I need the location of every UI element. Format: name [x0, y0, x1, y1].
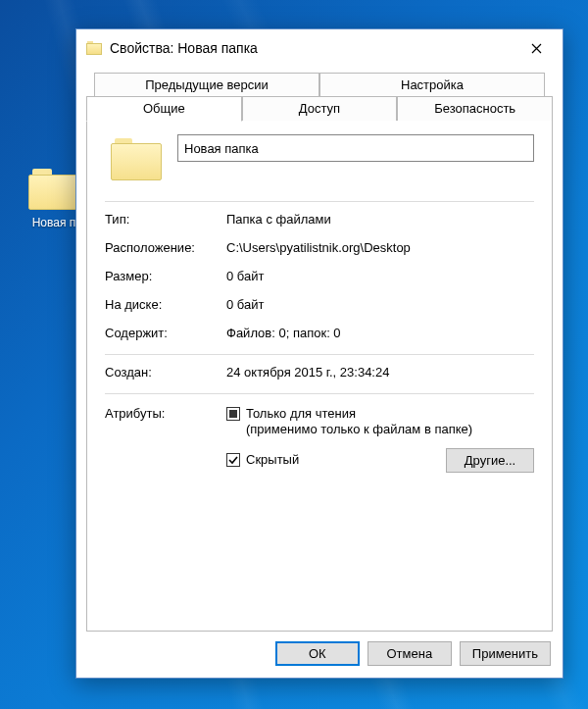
check-icon — [228, 455, 238, 465]
value-contains: Файлов: 0; папок: 0 — [226, 326, 534, 340]
titlebar[interactable]: Свойства: Новая папка — [76, 29, 563, 67]
label-created: Создан: — [105, 365, 220, 380]
ok-button[interactable]: ОК — [275, 641, 360, 666]
folder-icon — [28, 169, 79, 210]
label-contains: Содержит: — [105, 326, 220, 340]
other-attributes-button[interactable]: Другие... — [446, 448, 534, 473]
label-size: Размер: — [105, 269, 220, 283]
properties-dialog: Свойства: Новая папка Предыдущие версии … — [75, 28, 564, 679]
apply-button[interactable]: Применить — [460, 641, 551, 666]
cancel-button[interactable]: Отмена — [368, 641, 452, 666]
label-ondisk: На диске: — [105, 297, 220, 312]
folder-icon — [111, 138, 162, 181]
checkbox-readonly-label: Только для чтения (применимо только к фа… — [246, 406, 472, 438]
tab-general[interactable]: Общие — [86, 96, 242, 122]
separator — [105, 393, 534, 394]
value-size: 0 байт — [226, 269, 534, 283]
dialog-footer: ОК Отмена Применить — [76, 632, 563, 678]
label-location: Расположение: — [105, 240, 220, 255]
close-icon — [531, 43, 542, 54]
value-type: Папка с файлами — [226, 212, 534, 227]
folder-icon — [86, 40, 102, 56]
label-type: Тип: — [105, 212, 220, 227]
tab-security[interactable]: Безопасность — [397, 96, 553, 121]
tab-panel-general: Тип: Папка с файлами Расположение: C:\Us… — [86, 120, 553, 632]
checkbox-hidden[interactable] — [226, 453, 240, 467]
window-title: Свойства: Новая папка — [110, 40, 515, 56]
label-attributes: Атрибуты: — [105, 406, 220, 473]
checkbox-hidden-label: Скрытый — [246, 452, 299, 468]
tab-sharing[interactable]: Доступ — [242, 96, 398, 121]
value-location: C:\Users\pyatilistnik.org\Desktop — [226, 240, 534, 255]
tab-strip: Предыдущие версии Настройка Общие Доступ… — [86, 73, 553, 121]
value-ondisk: 0 байт — [226, 297, 534, 312]
checkbox-readonly[interactable] — [226, 407, 240, 421]
folder-name-input[interactable] — [177, 134, 534, 162]
separator — [105, 354, 534, 355]
value-created: 24 октября 2015 г., 23:34:24 — [226, 365, 534, 380]
close-button[interactable] — [515, 34, 557, 62]
separator — [105, 201, 534, 202]
tab-customize[interactable]: Настройка — [319, 73, 545, 97]
tab-previous-versions[interactable]: Предыдущие версии — [94, 73, 319, 97]
